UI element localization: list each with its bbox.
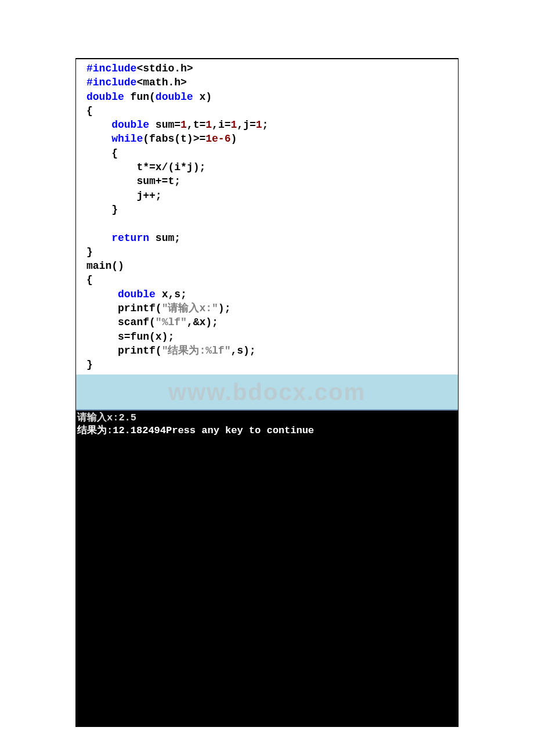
- code-text: x): [193, 91, 212, 103]
- code-keyword: double: [156, 91, 193, 103]
- code-number: 1e-6: [205, 133, 230, 145]
- code-text: }: [86, 204, 118, 215]
- code-number: 1: [230, 119, 237, 131]
- code-text: [86, 119, 111, 131]
- code-text: {: [86, 274, 93, 286]
- code-number: 1: [181, 119, 187, 131]
- code-number: 1: [256, 119, 262, 131]
- code-text: sum=: [149, 119, 181, 131]
- code-text: printf(: [86, 345, 162, 357]
- code-text: (fabs(t)>=: [143, 133, 205, 145]
- code-text: {: [86, 147, 118, 159]
- code-text: ;: [262, 119, 269, 131]
- code-text: {: [86, 105, 93, 117]
- console-output: 请输入x:2.5 结果为:12.182494Press any key to c…: [76, 409, 458, 726]
- code-text: }: [86, 359, 93, 370]
- console-line: 结果为:12.182494Press any key to continue: [77, 425, 314, 436]
- code-text: fun(: [124, 91, 156, 103]
- code-keyword: #include: [86, 63, 136, 74]
- code-text: ,&x);: [187, 316, 218, 328]
- console-line: 请输入x:2.5: [77, 412, 136, 423]
- code-keyword: double: [118, 289, 156, 300]
- code-text: [86, 133, 111, 145]
- code-text: ,t=: [187, 119, 205, 131]
- code-text: scanf(: [86, 316, 156, 328]
- code-text: ,i=: [212, 119, 230, 131]
- code-text: ): [230, 133, 237, 145]
- code-text: );: [218, 303, 231, 314]
- code-text: <stdio.h>: [136, 63, 193, 74]
- code-text: x,s;: [156, 289, 187, 300]
- code-editor: #include<stdio.h> #include<math.h> doubl…: [76, 59, 458, 375]
- watermark-area: www.bdocx.com: [76, 375, 458, 409]
- code-text: <math.h>: [136, 77, 186, 88]
- code-text: ,s);: [230, 345, 255, 357]
- screenshot-container: #include<stdio.h> #include<math.h> doubl…: [75, 58, 459, 727]
- code-text: sum+=t;: [86, 175, 181, 187]
- code-keyword: while: [111, 133, 143, 145]
- code-keyword: return: [111, 232, 149, 244]
- code-text: [86, 289, 118, 300]
- document-page: #include<stdio.h> #include<math.h> doubl…: [0, 0, 534, 756]
- code-number: 1: [205, 119, 212, 131]
- code-keyword: double: [86, 91, 124, 103]
- watermark-text: www.bdocx.com: [168, 379, 366, 405]
- code-text: }: [86, 246, 93, 258]
- code-text: s=fun(x);: [86, 331, 174, 343]
- code-text: sum;: [149, 232, 181, 244]
- code-text: [86, 232, 111, 244]
- code-keyword: #include: [86, 77, 136, 88]
- code-string: "请输入x:": [162, 303, 218, 314]
- code-string: "%lf": [156, 316, 187, 328]
- code-text: main(): [86, 260, 124, 272]
- code-text: ,j=: [237, 119, 255, 131]
- code-string: "结果为:%lf": [162, 345, 231, 357]
- code-text: printf(: [86, 303, 162, 314]
- code-text: t*=x/(i*j);: [86, 161, 205, 173]
- code-keyword: double: [111, 119, 149, 131]
- code-text: j++;: [86, 190, 162, 201]
